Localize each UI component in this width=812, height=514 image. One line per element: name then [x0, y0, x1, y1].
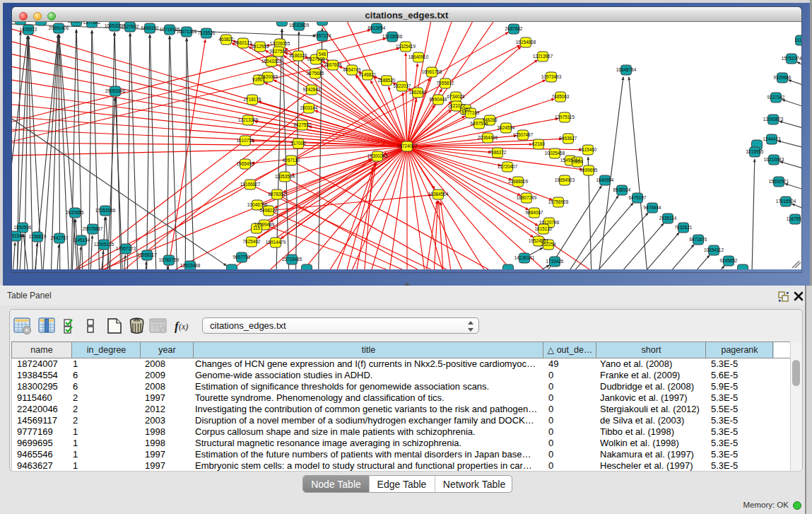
svg-text:9777169: 9777169	[462, 110, 480, 115]
svg-text:1010755: 1010755	[237, 138, 254, 143]
svg-text:15720407: 15720407	[498, 164, 518, 169]
svg-text:5498222: 5498222	[260, 208, 278, 213]
svg-text:1640954: 1640954	[596, 177, 614, 182]
svg-text:10025458: 10025458	[545, 151, 565, 156]
svg-text:9474444: 9474444	[644, 205, 661, 210]
svg-text:1527602: 1527602	[122, 24, 139, 29]
svg-text:9115460: 9115460	[579, 147, 597, 152]
svg-text:8427552: 8427552	[294, 122, 312, 127]
svg-text:8454749: 8454749	[343, 67, 361, 72]
svg-text:9660123: 9660123	[235, 40, 252, 45]
svg-text:6479197: 6479197	[629, 195, 647, 200]
svg-text:17016504: 17016504	[776, 199, 796, 204]
svg-text:9657791: 9657791	[233, 255, 251, 259]
svg-text:20364436: 20364436	[478, 135, 498, 140]
svg-text:14136141: 14136141	[514, 255, 535, 260]
svg-text:2803144: 2803144	[300, 105, 318, 110]
svg-text:11172: 11172	[795, 37, 801, 42]
svg-text:1167553: 1167553	[787, 216, 801, 221]
svg-text:19384554: 19384554	[428, 192, 449, 197]
svg-text:18640910: 18640910	[408, 54, 429, 59]
svg-text:2867608: 2867608	[324, 62, 342, 67]
svg-text:12905135: 12905135	[94, 242, 114, 247]
svg-text:13218586: 13218586	[382, 34, 403, 39]
svg-text:19756928: 19756928	[548, 199, 569, 204]
svg-text:9327505: 9327505	[270, 49, 288, 54]
svg-text:7625402: 7625402	[243, 239, 261, 244]
svg-text:2588520: 2588520	[378, 78, 396, 83]
svg-text:19300243: 19300243	[367, 153, 388, 158]
svg-text:10507487: 10507487	[513, 132, 534, 137]
svg-text:4267130: 4267130	[283, 158, 300, 163]
svg-text:16648784: 16648784	[616, 67, 637, 72]
svg-text:6734028: 6734028	[447, 94, 465, 99]
svg-text:12093873: 12093873	[763, 117, 784, 122]
svg-text:9327508: 9327508	[307, 57, 325, 62]
svg-text:8471676: 8471676	[690, 237, 707, 242]
svg-text:1862640: 1862640	[409, 90, 427, 95]
svg-text:252254: 252254	[541, 242, 556, 247]
svg-text:9699695: 9699695	[580, 168, 598, 173]
svg-text:9242843: 9242843	[303, 87, 321, 92]
svg-text:10046766: 10046766	[247, 202, 268, 207]
svg-text:8186328: 8186328	[290, 53, 307, 58]
svg-text:16961758: 16961758	[422, 69, 442, 74]
svg-text:7632621: 7632621	[675, 225, 693, 230]
svg-text:62160: 62160	[532, 141, 545, 146]
svg-text:16914479: 16914479	[266, 240, 286, 245]
svg-text:29975887: 29975887	[83, 226, 103, 231]
svg-text:3675685: 3675685	[307, 71, 324, 76]
svg-text:16671355: 16671355	[177, 29, 197, 34]
svg-text:746266: 746266	[482, 117, 498, 122]
svg-text:2718176: 2718176	[244, 97, 261, 102]
svg-text:9664: 9664	[572, 159, 583, 164]
svg-text:6466160: 6466160	[141, 25, 159, 30]
svg-text:8878352: 8878352	[269, 192, 286, 197]
svg-text:1733426: 1733426	[546, 259, 564, 264]
svg-text:1156819: 1156819	[29, 234, 47, 239]
svg-text:15692971: 15692971	[769, 179, 789, 184]
svg-text:463822: 463822	[218, 37, 234, 42]
svg-text:1244413: 1244413	[763, 136, 781, 141]
svg-text:1145194: 1145194	[73, 238, 90, 243]
svg-text:13226055: 13226055	[270, 41, 290, 46]
svg-text:12213349: 12213349	[238, 117, 259, 122]
svg-text:1965493: 1965493	[237, 161, 254, 166]
svg-text:16543352: 16543352	[261, 59, 282, 64]
svg-text:5322037: 5322037	[394, 83, 411, 88]
svg-text:1615132: 1615132	[535, 226, 553, 231]
svg-text:16154838: 16154838	[516, 40, 536, 45]
svg-text:(x): (x)	[179, 322, 188, 332]
svg-text:2020655: 2020655	[66, 210, 84, 215]
svg-text:10958117: 10958117	[137, 252, 157, 257]
svg-text:93901: 93901	[252, 77, 265, 82]
svg-text:16210643: 16210643	[764, 157, 784, 162]
svg-text:2935114: 2935114	[659, 216, 677, 221]
svg-text:3624554: 3624554	[498, 125, 515, 130]
svg-text:2942757: 2942757	[51, 235, 69, 240]
svg-text:9146821: 9146821	[359, 72, 377, 77]
svg-text:15751074: 15751074	[782, 56, 801, 61]
svg-text:9245652: 9245652	[720, 258, 738, 263]
svg-text:10688609: 10688609	[508, 179, 529, 184]
svg-text:546: 546	[319, 52, 326, 57]
svg-text:29053346: 29053346	[105, 88, 126, 93]
svg-text:8938924: 8938924	[613, 187, 631, 192]
svg-text:19166827: 19166827	[240, 182, 261, 187]
svg-text:20691406: 20691406	[49, 25, 69, 30]
svg-text:18807249: 18807249	[517, 195, 537, 200]
svg-text:9884067: 9884067	[526, 210, 543, 215]
svg-text:12975115: 12975115	[555, 115, 575, 119]
svg-text:7485063: 7485063	[552, 94, 570, 99]
svg-text:7955812: 7955812	[437, 81, 454, 86]
svg-text:18724007: 18724007	[397, 144, 418, 148]
svg-text:3912955: 3912955	[252, 44, 269, 49]
svg-text:10654112: 10654112	[704, 247, 724, 252]
svg-text:8813054: 8813054	[368, 25, 386, 30]
svg-text:19654923: 19654923	[555, 177, 575, 182]
svg-text:1850506: 1850506	[14, 225, 32, 230]
svg-text:7986372: 7986372	[489, 150, 507, 155]
svg-text:917006: 917006	[290, 141, 306, 146]
svg-text:115: 115	[253, 226, 261, 230]
svg-text:11353594: 11353594	[275, 174, 295, 179]
